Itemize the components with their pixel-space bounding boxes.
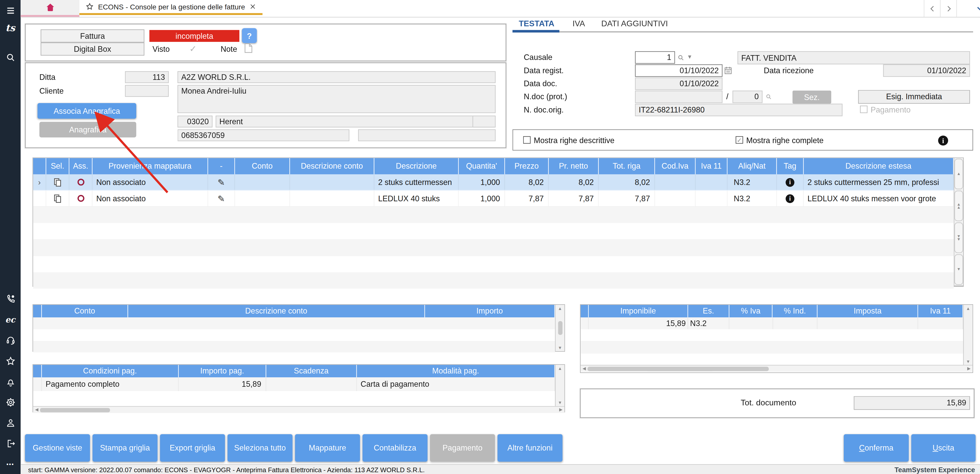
edit-cell[interactable]: ✎ — [208, 174, 235, 190]
select-cell[interactable] — [46, 191, 69, 206]
column-header[interactable]: Condizioni pag. — [42, 365, 179, 377]
descrizione-cell[interactable]: LEDLUX 40 stuks — [374, 191, 459, 206]
grid-vertical-scrollbar[interactable]: ▲ ▲▲ ▼▼ ▼ — [954, 158, 963, 286]
tab-testata[interactable]: TESTATA — [519, 19, 555, 28]
cliente-name-field[interactable]: Monea Andrei-Iuliu — [178, 85, 496, 113]
iva11-cell[interactable] — [918, 317, 963, 329]
condizioni-cell[interactable]: Pagamento completo — [42, 377, 179, 391]
edit-cell[interactable]: ✎ — [208, 191, 235, 206]
uscita-button[interactable]: Uscita — [912, 434, 976, 462]
select-cell[interactable] — [46, 174, 69, 190]
bell-notifications-icon[interactable] — [5, 376, 16, 387]
column-header[interactable]: Ass. — [69, 158, 93, 175]
tab-list-dropdown-icon[interactable] — [963, 0, 980, 17]
mostra-complete-checkbox[interactable]: ✓ — [735, 136, 743, 144]
column-header[interactable]: - — [208, 158, 235, 175]
column-header[interactable]: Importo — [425, 305, 555, 317]
info-icon[interactable]: i — [786, 178, 794, 186]
close-tab-icon[interactable] — [249, 3, 256, 10]
column-header[interactable]: Quantita' — [459, 158, 505, 175]
tab-dati-aggiuntivi[interactable]: DATI AGGIUNTIVI — [601, 19, 668, 28]
pagamento-button[interactable]: Pagamento — [430, 434, 495, 462]
column-header[interactable]: Es. — [688, 305, 729, 317]
star-favorites-icon[interactable] — [5, 355, 16, 366]
iva11-cell[interactable] — [696, 174, 728, 190]
column-header[interactable]: Conto — [42, 305, 128, 317]
provenienza-cell[interactable]: Non associato — [92, 191, 208, 206]
aliq-nat-cell[interactable]: N3.2 — [728, 191, 777, 206]
table-row[interactable]: 15,89 N3.2 — [581, 317, 963, 329]
help-button[interactable]: ? — [242, 28, 257, 43]
ditta-name-field[interactable]: A2Z WORLD S.R.L. — [178, 71, 496, 83]
econs-tab[interactable]: ECONS - Console per la gestione delle fa… — [80, 0, 262, 15]
cod-iva-cell[interactable] — [655, 191, 696, 206]
column-header[interactable]: Sel. — [46, 158, 69, 175]
logout-icon[interactable] — [5, 438, 16, 449]
tab-iva[interactable]: IVA — [573, 19, 585, 28]
altre-funzioni-button[interactable]: Altre funzioni — [497, 434, 563, 462]
visto-check-icon[interactable]: ✓ — [189, 44, 197, 54]
scroll-down-icon[interactable]: ▼ — [558, 345, 562, 350]
column-header[interactable]: % Iva — [729, 305, 773, 317]
descrizione-cell[interactable]: 2 stuks cuttermessen — [374, 174, 459, 190]
column-header[interactable]: Descrizione conto — [128, 305, 425, 317]
perc-iva-cell[interactable] — [729, 317, 773, 329]
more-options-icon[interactable]: ••• — [5, 459, 16, 469]
scroll-down-icon[interactable]: ▼ — [558, 401, 562, 405]
pencil-edit-icon[interactable]: ✎ — [218, 177, 225, 187]
ndoc-search-icon[interactable] — [765, 94, 772, 100]
importo-pag-cell[interactable]: 15,89 — [179, 377, 266, 391]
prezzo-cell[interactable]: 7,87 — [505, 191, 549, 206]
info-icon[interactable]: i — [938, 135, 948, 145]
fattura-button[interactable]: Fattura — [41, 29, 145, 42]
table-row[interactable]: › Non associato ✎ 2 stuks cuttermessen 1… — [33, 174, 954, 191]
pr-netto-cell[interactable]: 7,87 — [549, 191, 599, 206]
scroll-up-icon[interactable]: ▲ — [558, 366, 562, 371]
conto-cell[interactable] — [235, 191, 290, 206]
info-icon[interactable]: i — [786, 194, 794, 202]
provincia-field[interactable] — [473, 116, 496, 127]
tot-riga-cell[interactable]: 8,02 — [599, 174, 655, 190]
pagamenti-grid-scrollbar[interactable]: ▲ ▼ — [555, 365, 565, 406]
favorite-star-icon[interactable] — [86, 3, 94, 11]
iva-horizontal-scrollbar[interactable]: ◀ ▶ — [581, 365, 973, 372]
column-header[interactable]: Iva 11 — [696, 158, 728, 175]
es-cell[interactable]: N3.2 — [688, 317, 729, 329]
scroll-thumb[interactable] — [588, 366, 769, 371]
scroll-left-icon[interactable]: ◀ — [582, 366, 586, 371]
esig-immediata-button[interactable]: Esig. Immediata — [858, 90, 970, 104]
associato-cell[interactable] — [69, 191, 93, 206]
column-header[interactable]: Imposta — [818, 305, 918, 317]
imponibile-cell[interactable]: 15,89 — [589, 317, 688, 329]
column-header[interactable]: % Ind. — [773, 305, 818, 317]
quantita-cell[interactable]: 1,000 — [459, 174, 505, 190]
column-header[interactable]: Importo pag. — [179, 365, 266, 377]
scroll-down-icon[interactable]: ▼ — [955, 254, 963, 285]
note-document-icon[interactable] — [245, 43, 253, 53]
conto-cell[interactable] — [235, 174, 290, 190]
telefono-field[interactable]: 0685367059 — [178, 129, 349, 142]
descrizione-conto-cell[interactable] — [290, 174, 374, 190]
scroll-up-icon[interactable]: ▲ — [955, 159, 963, 189]
column-header[interactable]: Scadenza — [266, 365, 357, 377]
export-griglia-button[interactable]: Export griglia — [160, 434, 225, 462]
aliq-nat-cell[interactable]: N3.2 — [728, 174, 777, 190]
home-tab[interactable] — [21, 0, 80, 17]
column-header[interactable]: Descrizione estesa — [803, 158, 954, 175]
causale-input[interactable]: 1 — [635, 51, 675, 64]
column-header[interactable]: Tot. riga — [599, 158, 655, 175]
search-icon[interactable] — [5, 52, 16, 62]
descrizione-estesa-cell[interactable]: 2 stuks cuttermessen 25 mm, professi — [803, 174, 954, 190]
table-row[interactable]: Non associato ✎ LEDLUX 40 stuks 1,000 7,… — [33, 191, 954, 207]
column-header[interactable]: Descrizione — [374, 158, 459, 175]
anagrafica-button[interactable]: Anagrafica — [39, 122, 136, 137]
provenienza-cell[interactable]: Non associato — [92, 174, 208, 190]
mappature-button[interactable]: Mappature — [295, 434, 360, 462]
tag-cell[interactable]: i — [777, 191, 803, 206]
tab-scroll-left-icon[interactable] — [924, 0, 940, 17]
headset-support-icon[interactable] — [5, 335, 16, 346]
perc-ind-cell[interactable] — [773, 317, 818, 329]
column-header[interactable]: Provenienza mappatura — [92, 158, 208, 175]
ec-icon[interactable]: ec — [5, 314, 16, 325]
imposta-cell[interactable] — [818, 317, 918, 329]
